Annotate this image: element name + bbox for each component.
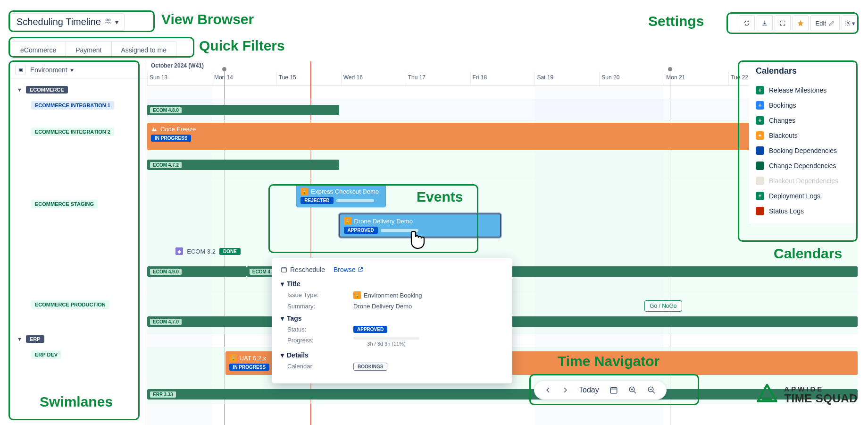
- plus-icon: +: [756, 86, 764, 94]
- change-icon: ◆: [175, 247, 183, 255]
- brand-logo: APWIDE TIME SQUAD: [756, 383, 858, 406]
- calendar-item[interactable]: Booking Dependencies: [756, 143, 851, 158]
- calendar-item-label: Release Milestones: [769, 86, 826, 94]
- fullscreen-button[interactable]: [775, 15, 791, 31]
- group-by-dropdown[interactable]: Environment▾: [30, 66, 74, 74]
- calendar-item-label: Blackout Dependencies: [769, 177, 838, 185]
- event-ecom490[interactable]: ECOM 4.9.0: [147, 266, 247, 277]
- calendar-item[interactable]: Blackout Dependencies: [756, 173, 851, 188]
- plus-icon: +: [756, 192, 764, 200]
- event-express-checkout[interactable]: 🔒Express Checkout Demo REJECTED: [296, 184, 386, 207]
- env-erp-dev[interactable]: ERP DEV: [31, 350, 61, 359]
- lock-icon: 🔒: [344, 217, 351, 225]
- toolbar: Edit ▾: [739, 15, 858, 31]
- section-tags: ▾Tags: [281, 314, 503, 322]
- calendar-item-label: Changes: [769, 117, 795, 124]
- calendar-item[interactable]: Status Logs: [756, 204, 851, 219]
- download-button[interactable]: [757, 15, 773, 31]
- color-swatch: [756, 146, 764, 155]
- filter-payment[interactable]: Payment: [66, 41, 111, 59]
- event-details-popover: Reschedule Browse ▾Title Issue Type:🔒Env…: [272, 258, 512, 383]
- calendar-item[interactable]: Change Dependencies: [756, 158, 851, 173]
- svg-point-2: [847, 22, 849, 24]
- event-ecom472[interactable]: ECOM 4.7.2: [147, 160, 339, 170]
- reschedule-button[interactable]: Reschedule: [281, 266, 325, 273]
- env-ecom-int2[interactable]: ECOMMERCE INTEGRATION 2: [31, 128, 114, 136]
- zoom-out-button[interactable]: [647, 386, 656, 394]
- collapse-all-button[interactable]: ▣: [15, 65, 25, 75]
- calendar-item-label: Blackouts: [769, 132, 798, 139]
- svg-point-1: [108, 19, 110, 21]
- filter-assigned[interactable]: Assigned to me: [112, 41, 177, 59]
- refresh-button[interactable]: [739, 15, 755, 31]
- favorite-button[interactable]: [793, 15, 809, 31]
- collapse-group-icon[interactable]: ▼: [17, 87, 22, 93]
- calendar-item[interactable]: +Release Milestones: [756, 83, 851, 98]
- view-browser-title: Scheduling Timeline: [17, 17, 101, 27]
- calendar-item-label: Deployment Logs: [769, 192, 820, 200]
- nav-next-button[interactable]: [562, 387, 568, 393]
- datepicker-button[interactable]: [609, 386, 618, 394]
- calendar-item[interactable]: +Blackouts: [756, 128, 851, 143]
- annot-settings: Settings: [648, 13, 704, 29]
- calendar-item[interactable]: +Changes: [756, 113, 851, 128]
- zoom-in-button[interactable]: [628, 386, 637, 394]
- svg-point-0: [106, 19, 108, 21]
- lock-icon: 🔒: [229, 354, 237, 362]
- milestone-go-nogo[interactable]: Go / NoGo: [644, 300, 682, 312]
- event-ecom480[interactable]: ECOM 4.8.0: [147, 105, 339, 115]
- group-ecommerce[interactable]: ECOMMERCE: [26, 86, 68, 94]
- env-ecom-prod[interactable]: ECOMMERCE PRODUCTION: [31, 300, 109, 309]
- calendar-item-label: Status Logs: [769, 207, 804, 215]
- settings-gear-button[interactable]: ▾: [842, 15, 858, 31]
- section-details: ▾Details: [281, 351, 503, 359]
- timeline-month-label: October 2024 (W41): [151, 62, 204, 69]
- calendar-item[interactable]: +Deployment Logs: [756, 188, 851, 204]
- calendar-item-label: Booking Dependencies: [769, 147, 837, 154]
- svg-rect-3: [282, 268, 287, 272]
- calendar-item-label: Change Dependencies: [769, 162, 836, 170]
- nav-prev-button[interactable]: [545, 387, 551, 393]
- event-drone-delivery[interactable]: 🔒Drone Delivery Demo APPROVED: [339, 213, 501, 238]
- quick-filters: eCommerce Payment Assigned to me: [10, 41, 176, 59]
- time-navigator: Today: [534, 381, 667, 400]
- view-browser-dropdown[interactable]: Scheduling Timeline ▾: [10, 13, 125, 31]
- svg-rect-4: [610, 388, 617, 393]
- color-swatch: [756, 207, 764, 215]
- event-ecom32[interactable]: ◆ ECOM 3.2 DONE: [175, 247, 241, 255]
- today-button[interactable]: Today: [579, 386, 599, 394]
- section-title: ▾Title: [281, 280, 503, 288]
- group-erp[interactable]: ERP: [26, 335, 44, 343]
- edit-button[interactable]: Edit: [810, 15, 840, 31]
- event-erp333[interactable]: ERP 3.33: [147, 389, 858, 400]
- calendar-item-label: Bookings: [769, 102, 796, 109]
- calendars-title: Calendars: [756, 66, 851, 76]
- env-ecom-staging[interactable]: ECOMMERCE STAGING: [31, 200, 98, 208]
- filter-ecommerce[interactable]: eCommerce: [10, 41, 66, 59]
- color-swatch: [756, 177, 764, 185]
- chevron-down-icon: ▾: [115, 18, 118, 26]
- env-ecom-int1[interactable]: ECOMMERCE INTEGRATION 1: [31, 101, 114, 110]
- color-swatch: [756, 162, 764, 170]
- annot-view-browser: View Browser: [161, 11, 254, 27]
- browse-link[interactable]: Browse: [334, 266, 363, 273]
- annot-quick-filters: Quick Filters: [199, 38, 285, 54]
- plus-icon: +: [756, 131, 764, 140]
- calendars-panel: Calendars +Release Milestones+Bookings+C…: [749, 61, 858, 223]
- collapse-group-icon[interactable]: ▼: [17, 336, 22, 342]
- plus-icon: +: [756, 116, 764, 125]
- lock-icon: 🔒: [353, 291, 361, 299]
- plus-icon: +: [756, 101, 764, 110]
- lock-icon: 🔒: [300, 187, 308, 195]
- swimlane-sidebar: ▣ Environment▾ ▼ ECOMMERCE ECOMMERCE INT…: [10, 61, 147, 425]
- calendar-item[interactable]: +Bookings: [756, 98, 851, 113]
- shared-icon: [104, 17, 112, 26]
